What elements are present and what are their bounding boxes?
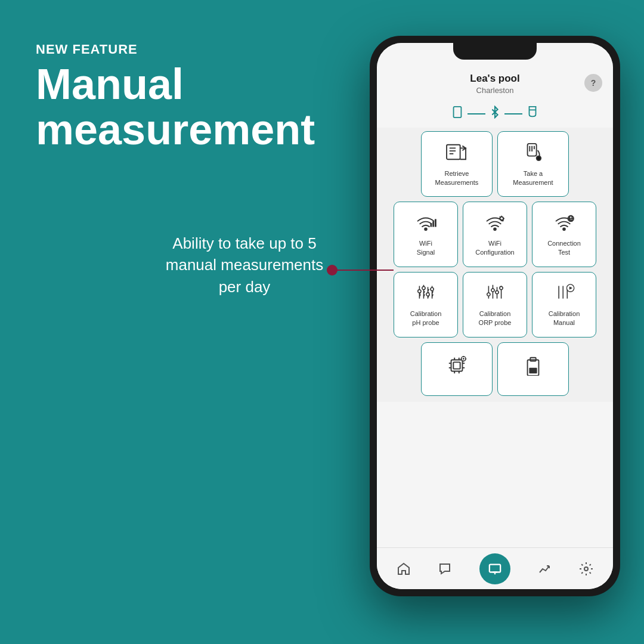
take-measurement-label: Take aMeasurement [513, 169, 553, 187]
wifi-signal-label: WiFiSignal [417, 239, 435, 256]
main-headline: Manual measurement [36, 62, 322, 152]
connection-test-icon [553, 213, 575, 234]
calibration-ph-icon [415, 284, 436, 305]
card-calibration-ph[interactable]: CalibrationpH probe [394, 272, 458, 338]
description-text: Ability to take up to 5 manual measureme… [155, 233, 334, 298]
svg-line-23 [503, 220, 503, 221]
calibration-manual-icon [553, 284, 575, 305]
calibration-orp-label: CalibrationORP probe [479, 309, 512, 327]
svg-point-85 [584, 567, 588, 571]
svg-point-55 [500, 287, 503, 290]
svg-point-47 [431, 287, 434, 290]
svg-point-52 [487, 293, 490, 296]
connector-line [334, 270, 394, 271]
take-measurement-icon [522, 143, 544, 165]
phone-outer-shell: Lea's pool Charleston ? [370, 36, 620, 596]
svg-point-44 [418, 290, 421, 293]
connection-status-bar [377, 100, 613, 128]
svg-point-53 [491, 289, 494, 292]
svg-point-46 [426, 293, 429, 296]
card-chip[interactable] [421, 342, 493, 396]
wifi-signal-icon [415, 213, 436, 234]
pool-name: Lea's pool [389, 73, 601, 85]
cards-row-1: RetrieveMeasurements [385, 131, 605, 197]
phone-screen: Lea's pool Charleston ? [377, 43, 613, 589]
svg-rect-62 [453, 362, 460, 369]
wifi-config-icon [484, 213, 506, 234]
card-retrieve-measurements[interactable]: RetrieveMeasurements [421, 131, 493, 197]
bottom-nav [377, 547, 613, 589]
svg-rect-3 [447, 145, 460, 159]
svg-point-24 [563, 228, 565, 231]
svg-rect-80 [490, 564, 500, 572]
phone-notch [453, 43, 537, 60]
nav-center-button[interactable] [479, 553, 510, 584]
device-icon [526, 106, 539, 122]
svg-point-12 [425, 228, 427, 231]
phone-screen-area: Lea's pool Charleston ? [377, 43, 613, 589]
nav-graph[interactable] [538, 562, 552, 576]
calibration-ph-label: CalibrationpH probe [410, 309, 442, 327]
bluetooth-icon [489, 106, 501, 122]
connector-dot [327, 265, 338, 275]
svg-rect-79 [529, 367, 537, 373]
card-wifi-signal[interactable]: WiFiSignal [394, 202, 458, 267]
svg-rect-14 [432, 221, 434, 227]
cards-section: RetrieveMeasurements [377, 128, 613, 402]
chip-icon [447, 355, 467, 379]
card-battery[interactable] [497, 342, 569, 396]
new-feature-badge: NEW FEATURE [36, 42, 322, 57]
svg-rect-61 [451, 360, 463, 371]
svg-point-54 [496, 291, 499, 294]
svg-point-45 [422, 287, 425, 290]
conn-line-1 [467, 113, 485, 114]
nav-home[interactable] [397, 562, 411, 576]
card-calibration-manual[interactable]: CalibrationManual [532, 272, 596, 338]
cards-row-3: CalibrationpH probe [385, 272, 605, 338]
card-wifi-config[interactable]: WiFiConfiguration [463, 202, 527, 267]
app-header: Lea's pool Charleston ? [377, 67, 613, 100]
svg-rect-15 [435, 219, 436, 227]
pool-location: Charleston [389, 86, 601, 95]
battery-icon [524, 355, 542, 379]
nav-chat[interactable] [438, 562, 452, 576]
nav-settings[interactable] [579, 562, 593, 576]
svg-point-72 [463, 358, 465, 360]
svg-rect-78 [530, 357, 535, 361]
left-content-area: NEW FEATURE Manual measurement [36, 42, 322, 152]
help-button[interactable]: ? [584, 74, 602, 92]
card-connection-test[interactable]: ConnectionTest [532, 202, 596, 267]
calibration-orp-icon [484, 284, 506, 305]
svg-point-16 [494, 228, 496, 231]
cards-row-4 [385, 342, 605, 396]
wifi-config-label: WiFiConfiguration [475, 239, 514, 256]
conn-line-2 [504, 113, 522, 114]
calibration-manual-label: CalibrationManual [549, 309, 580, 327]
svg-point-11 [537, 156, 541, 161]
svg-rect-0 [454, 107, 462, 117]
card-take-measurement[interactable]: Take aMeasurement [497, 131, 569, 197]
retrieve-label: RetrieveMeasurements [435, 169, 479, 187]
svg-rect-13 [431, 224, 432, 227]
phone-mockup: Lea's pool Charleston ? [370, 36, 620, 596]
connection-test-label: ConnectionTest [547, 239, 581, 256]
card-calibration-orp[interactable]: CalibrationORP probe [463, 272, 527, 338]
phone-icon [451, 106, 464, 122]
svg-line-22 [500, 216, 500, 217]
retrieve-icon [445, 143, 468, 165]
cards-row-2: WiFiSignal [385, 202, 605, 267]
